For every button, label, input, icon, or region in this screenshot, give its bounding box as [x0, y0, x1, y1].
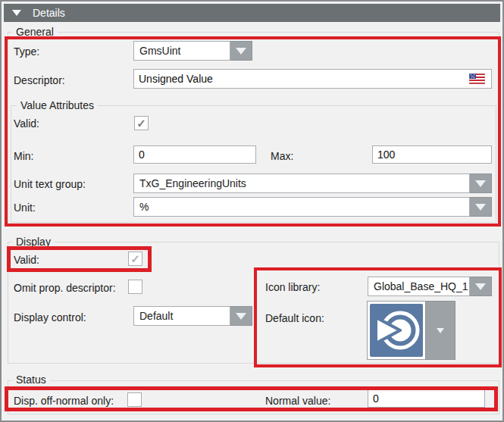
display-control-dropdown-button[interactable] [230, 306, 252, 326]
default-icon-preview[interactable] [367, 301, 426, 360]
default-icon-label: Default icon: [265, 312, 324, 324]
legend-display: Display [12, 236, 55, 248]
descriptor-input[interactable] [133, 69, 492, 89]
us-flag-icon [469, 73, 485, 84]
icon-library-label: Icon library: [265, 281, 320, 293]
unit-label: Unit: [14, 202, 36, 214]
chevron-down-icon [236, 48, 246, 55]
disp-off-normal-only-checkbox[interactable] [127, 392, 142, 407]
collapse-triangle-icon[interactable] [12, 10, 21, 16]
unit-value[interactable]: % [133, 197, 470, 217]
checkmark-icon: ✓ [136, 117, 146, 129]
unit-dropdown[interactable]: % [133, 197, 492, 217]
panel-title: Details [33, 7, 65, 19]
descriptor-label: Descriptor: [14, 74, 65, 86]
display-valid-label: Valid: [14, 254, 39, 266]
legend-value-attributes: Value Attributes [17, 99, 98, 111]
chevron-down-icon [437, 328, 444, 333]
default-icon-dropdown-button[interactable] [425, 301, 455, 360]
chevron-down-icon [236, 313, 246, 320]
unit-text-group-dropdown-button[interactable] [470, 173, 492, 193]
display-valid-checkbox[interactable]: ✓ [128, 252, 142, 266]
max-label: Max: [271, 150, 293, 162]
max-input[interactable] [372, 145, 492, 164]
icon-library-dropdown[interactable]: Global_Base_HQ_1 [368, 277, 492, 296]
type-dropdown[interactable]: GmsUint [133, 41, 252, 61]
display-control-label: Display control: [14, 311, 86, 324]
min-label: Min: [14, 150, 33, 162]
checkmark-icon: ✓ [130, 253, 140, 264]
icon-library-value[interactable]: Global_Base_HQ_1 [368, 277, 470, 296]
chevron-down-icon [475, 180, 486, 187]
disp-off-normal-only-label: Disp. off-normal only: [14, 395, 114, 407]
icon-library-dropdown-button[interactable] [470, 277, 492, 296]
unit-text-group-dropdown[interactable]: TxG_EngineeringUnits [133, 173, 492, 193]
display-control-value[interactable]: Default [133, 306, 230, 326]
omit-prop-descriptor-label: Omit prop. descriptor: [14, 282, 116, 294]
details-panel: Details General Value Attributes Display… [0, 0, 504, 422]
unit-text-group-value[interactable]: TxG_EngineeringUnits [133, 173, 470, 193]
normal-value-label: Normal value: [265, 395, 330, 407]
type-value[interactable]: GmsUint [133, 41, 230, 61]
type-label: Type: [14, 45, 39, 58]
details-header[interactable]: Details [4, 4, 500, 22]
type-dropdown-button[interactable] [230, 41, 252, 61]
enter-circle-icon [370, 304, 423, 357]
min-input[interactable] [133, 145, 256, 164]
va-valid-checkbox[interactable]: ✓ [134, 116, 149, 130]
chevron-down-icon [475, 283, 486, 290]
display-control-dropdown[interactable]: Default [133, 306, 252, 326]
legend-general: General [12, 26, 58, 38]
normal-value-input[interactable] [368, 389, 485, 408]
omit-prop-descriptor-checkbox[interactable] [128, 280, 142, 294]
chevron-down-icon [475, 204, 486, 211]
unit-dropdown-button[interactable] [470, 197, 492, 217]
legend-status: Status [12, 374, 50, 386]
va-valid-label: Valid: [14, 117, 39, 130]
unit-text-group-label: Unit text group: [14, 178, 86, 190]
